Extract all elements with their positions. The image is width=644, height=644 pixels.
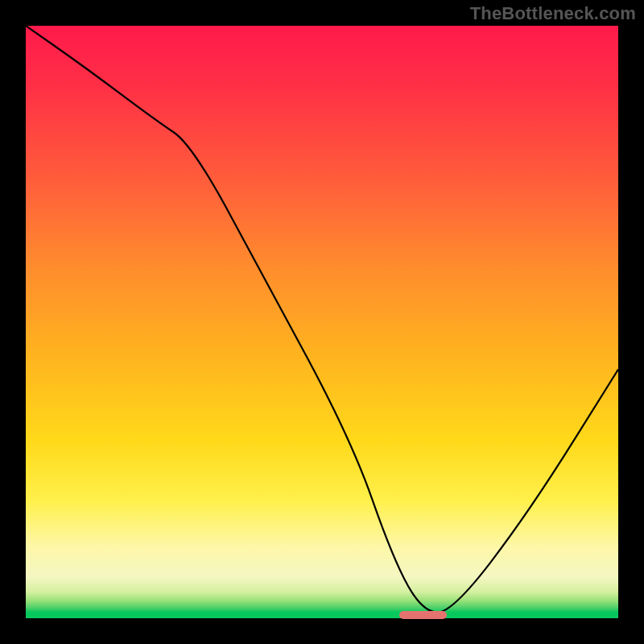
optimal-range-marker bbox=[399, 611, 447, 619]
bottleneck-curve bbox=[26, 26, 618, 618]
plot-area bbox=[26, 26, 618, 618]
watermark-text: TheBottleneck.com bbox=[470, 3, 636, 24]
chart-frame: TheBottleneck.com bbox=[0, 0, 644, 644]
